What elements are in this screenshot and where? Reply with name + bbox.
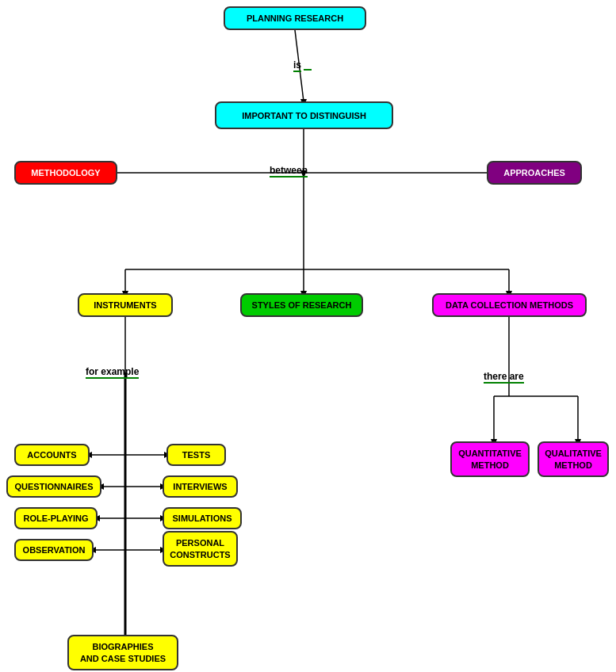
styles-research-node: STYLES OF RESEARCH — [240, 293, 363, 317]
qualitative-method-node: QUALITATIVEMETHOD — [538, 441, 609, 477]
important-distinguish-label: IMPORTANT TO DISTINGUISH — [242, 111, 366, 120]
data-collection-node: DATA COLLECTION METHODS — [432, 293, 587, 317]
interviews-label: INTERVIEWS — [173, 482, 227, 491]
biographies-label: BIOGRAPHIESAND CASE STUDIES — [80, 641, 166, 664]
simulations-node: SIMULATIONS — [163, 507, 242, 529]
there-are-label: there are — [484, 371, 524, 384]
accounts-node: ACCOUNTS — [14, 444, 90, 466]
instruments-label: INSTRUMENTS — [94, 300, 156, 310]
qualitative-method-label: QUALITATIVEMETHOD — [545, 448, 602, 471]
important-distinguish-node: IMPORTANT TO DISTINGUISH — [215, 101, 393, 129]
observation-label: OBSERVATION — [23, 545, 86, 555]
approaches-label: APPROACHES — [503, 168, 565, 178]
observation-node: OBSERVATION — [14, 539, 94, 561]
between-label: between — [270, 165, 308, 178]
interviews-node: INTERVIEWS — [163, 475, 238, 498]
data-collection-label: DATA COLLECTION METHODS — [446, 300, 573, 310]
tests-node: TESTS — [166, 444, 226, 466]
role-playing-node: ROLE-PLAYING — [14, 507, 98, 529]
biographies-node: BIOGRAPHIESAND CASE STUDIES — [67, 635, 178, 670]
is-label: is — [293, 59, 301, 72]
styles-research-label: STYLES OF RESEARCH — [252, 300, 352, 310]
planning-research-node: PLANNING RESEARCH — [224, 6, 366, 30]
for-example-label: for example — [86, 366, 139, 379]
planning-research-label: PLANNING RESEARCH — [247, 13, 343, 23]
personal-constructs-label: PERSONALCONSTRUCTS — [170, 537, 230, 560]
approaches-node: APPROACHES — [487, 161, 582, 185]
role-playing-label: ROLE-PLAYING — [23, 514, 88, 523]
instruments-node: INSTRUMENTS — [78, 293, 173, 317]
questionnaires-node: QUESTIONNAIRES — [6, 475, 101, 498]
methodology-label: METHODOLOGY — [31, 168, 100, 178]
questionnaires-label: QUESTIONNAIRES — [15, 482, 94, 491]
tests-label: TESTS — [182, 450, 210, 460]
quantitative-method-label: QUANTITATIVEMETHOD — [458, 448, 522, 471]
simulations-label: SIMULATIONS — [173, 514, 232, 523]
accounts-label: ACCOUNTS — [27, 450, 76, 460]
personal-constructs-node: PERSONALCONSTRUCTS — [163, 531, 238, 567]
quantitative-method-node: QUANTITATIVEMETHOD — [450, 441, 530, 477]
methodology-node: METHODOLOGY — [14, 161, 117, 185]
